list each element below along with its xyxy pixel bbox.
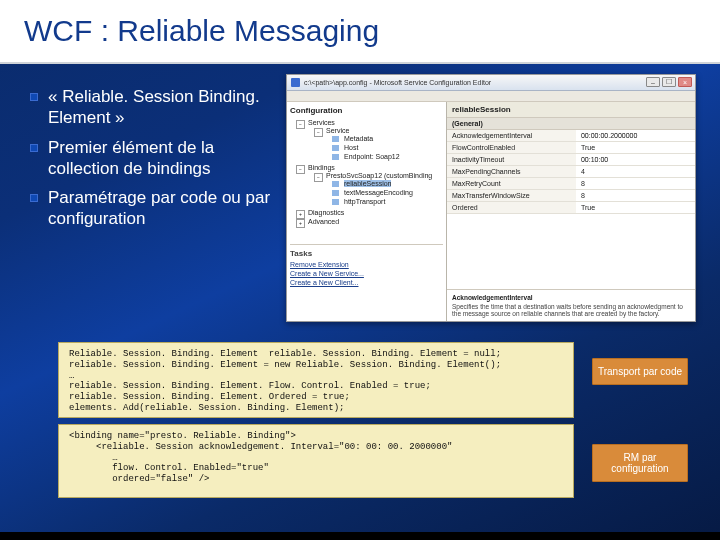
tree-header: Configuration	[290, 106, 443, 115]
tree-panel: Configuration Services Service Metadata …	[287, 102, 447, 321]
prop-row[interactable]: InactivityTimeout00:10:00	[447, 154, 695, 166]
callout-label: Transport par code	[592, 358, 688, 385]
bullet-item: Paramétrage par code ou par configuratio…	[30, 187, 280, 230]
code-block-csharp: Reliable. Session. Binding. Element reli…	[58, 342, 574, 418]
prop-row[interactable]: MaxRetryCount8	[447, 178, 695, 190]
prop-row[interactable]: FlowControlEnabledTrue	[447, 142, 695, 154]
bullet-item: Premier élément de la collection de bind…	[30, 137, 280, 180]
close-button[interactable]: ×	[678, 77, 692, 87]
task-link[interactable]: Create a New Service...	[290, 269, 443, 278]
property-description: AcknowledgementInterval Specifies the ti…	[447, 289, 695, 321]
property-header: reliableSession	[447, 102, 695, 118]
tasks-header: Tasks	[290, 249, 443, 258]
prop-row[interactable]: MaxTransferWindowSize8	[447, 190, 695, 202]
task-link[interactable]: Create a New Client...	[290, 278, 443, 287]
tree-leaf[interactable]: httpTransport	[332, 197, 443, 206]
task-link[interactable]: Remove Extension	[290, 260, 443, 269]
tasks-panel: Tasks Remove Extension Create a New Serv…	[290, 244, 443, 287]
config-editor-window: c:\<path>\app.config - Microsoft Service…	[286, 74, 696, 322]
property-section: (General)	[447, 118, 695, 130]
tree-leaf[interactable]: textMessageEncoding	[332, 188, 443, 197]
maximize-button[interactable]: ☐	[662, 77, 676, 87]
minimize-button[interactable]: –	[646, 77, 660, 87]
tree-node[interactable]: Services Service Metadata Host Endpoint:…	[296, 118, 443, 163]
code-block-xml: <binding name="presto. Reliable. Binding…	[58, 424, 574, 498]
menubar	[287, 91, 695, 102]
tree-node[interactable]: Bindings PrestoSvcSoap12 (customBinding …	[296, 163, 443, 208]
tree-node[interactable]: PrestoSvcSoap12 (customBinding reliableS…	[314, 171, 443, 207]
desc-body: Specifies the time that a destination wa…	[452, 303, 683, 317]
tree-leaf[interactable]: Metadata	[332, 134, 443, 143]
tree-leaf[interactable]: Host	[332, 143, 443, 152]
tree-node[interactable]: Service Metadata Host Endpoint: Soap12	[314, 126, 443, 162]
tree-node[interactable]: Advanced	[296, 217, 443, 226]
slide-content: « Reliable. Session Binding. Element » P…	[0, 64, 720, 540]
app-icon	[291, 78, 300, 87]
desc-title: AcknowledgementInterval	[452, 294, 690, 301]
prop-row[interactable]: AcknowledgementInterval00:00:00.2000000	[447, 130, 695, 142]
prop-row[interactable]: OrderedTrue	[447, 202, 695, 214]
callout-label: RM par configuration	[592, 444, 688, 482]
property-panel: reliableSession (General) Acknowledgemen…	[447, 102, 695, 321]
property-grid: (General) AcknowledgementInterval00:00:0…	[447, 118, 695, 214]
prop-row[interactable]: MaxPendingChannels4	[447, 166, 695, 178]
tree-node[interactable]: Diagnostics	[296, 208, 443, 217]
bottom-bar	[0, 532, 720, 540]
bullet-list: « Reliable. Session Binding. Element » P…	[30, 86, 280, 238]
window-title-text: c:\<path>\app.config - Microsoft Service…	[304, 79, 491, 86]
slide-title: WCF : Reliable Messaging	[0, 0, 720, 64]
window-titlebar: c:\<path>\app.config - Microsoft Service…	[287, 75, 695, 91]
tree-leaf[interactable]: Endpoint: Soap12	[332, 152, 443, 161]
bullet-item: « Reliable. Session Binding. Element »	[30, 86, 280, 129]
tree-leaf-selected[interactable]: reliableSession	[332, 179, 443, 188]
window-buttons: – ☐ ×	[646, 77, 692, 87]
